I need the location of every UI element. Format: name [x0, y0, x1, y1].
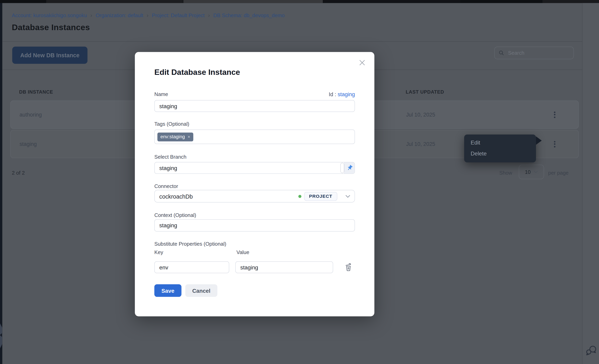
name-input[interactable] — [154, 100, 355, 112]
scope-badge: PROJECT — [304, 192, 337, 201]
tab-segment-active[interactable] — [183, 0, 323, 3]
id-label: Id : — [329, 91, 336, 98]
connector-label: Connector — [154, 183, 178, 189]
tag-chip-text: env:staging — [160, 134, 185, 140]
branch-value: staging — [159, 165, 177, 171]
tab-segment[interactable] — [46, 0, 183, 3]
tab-segment[interactable] — [543, 0, 599, 3]
tags-label: Tags (Optional) — [154, 121, 189, 127]
value-label: Value — [237, 249, 249, 255]
branch-label: Select Branch — [154, 154, 186, 160]
context-input[interactable] — [154, 219, 355, 231]
status-dot-icon — [298, 195, 301, 198]
connector-select[interactable]: cockroachDb PROJECT — [154, 190, 355, 203]
context-label: Context (Optional) — [154, 212, 196, 218]
tab-segment[interactable] — [323, 0, 460, 3]
context-menu-item-delete[interactable]: Delete — [464, 148, 536, 160]
tab-segment[interactable] — [461, 0, 542, 3]
delete-property-trash-icon[interactable] — [344, 262, 352, 272]
id-value-link[interactable]: staging — [338, 91, 355, 98]
modal-title: Edit Database Instance — [154, 68, 240, 77]
remove-tag-icon[interactable]: × — [188, 134, 190, 140]
connector-value: cockroachDb — [159, 193, 193, 200]
tag-chip: env:staging × — [158, 132, 193, 141]
row-context-menu: Edit Delete — [464, 134, 536, 162]
edit-db-instance-modal: Edit Database Instance Name Id : staging… — [135, 52, 374, 316]
substitute-value-input[interactable] — [235, 261, 333, 273]
substitute-properties-label: Substitute Properties (Optional) — [154, 241, 226, 247]
pushpin-icon — [346, 165, 353, 171]
branch-select[interactable]: staging — [154, 162, 355, 174]
tags-input[interactable]: env:staging × — [154, 130, 355, 144]
substitute-key-input[interactable] — [154, 261, 229, 273]
name-label: Name — [154, 91, 168, 97]
instance-id-row: Id : staging — [329, 91, 355, 98]
close-icon[interactable] — [358, 59, 366, 66]
branch-scrollbar[interactable] — [340, 163, 344, 173]
browser-tab-strip — [0, 0, 599, 3]
context-menu-pointer — [536, 136, 542, 145]
chevron-down-icon[interactable] — [345, 195, 350, 198]
context-menu-item-edit[interactable]: Edit — [464, 137, 536, 148]
pin-branch-button[interactable] — [344, 162, 355, 174]
screen: Account: kurosakiichigo.songoku › Organi… — [0, 0, 599, 364]
cancel-button[interactable]: Cancel — [185, 284, 218, 297]
key-label: Key — [154, 249, 163, 255]
save-button[interactable]: Save — [154, 284, 181, 297]
tab-segment[interactable] — [0, 0, 46, 3]
